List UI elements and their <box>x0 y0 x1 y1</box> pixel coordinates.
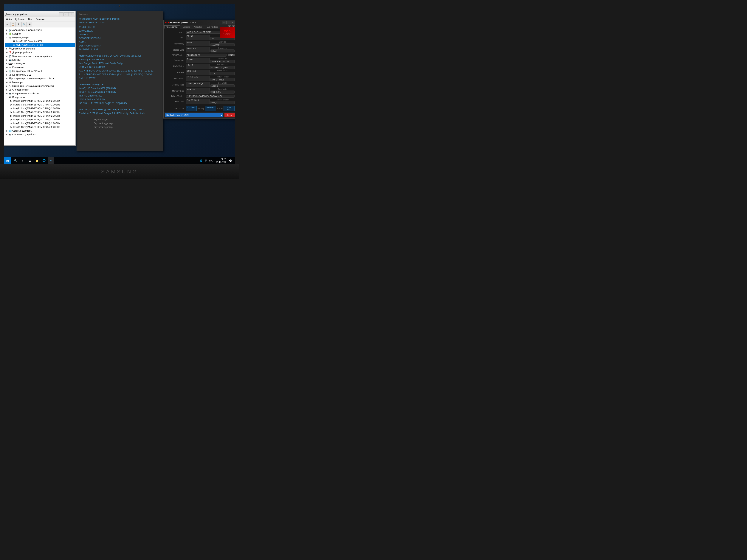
tree-cpu6[interactable]: ⚙ Intel(R) Core(TM) i7-2670QM CPU @ 2.20… <box>5 118 75 122</box>
toolbar-scan[interactable]: 🔍 <box>22 22 27 27</box>
keyboard-icon: ⌨ <box>8 62 12 65</box>
menu-view[interactable]: Вид <box>27 18 34 21</box>
gpuz-bios-row: BIOS Version 70.08.58.00.03 VER <box>165 53 235 57</box>
bios-save-btn[interactable]: VER <box>228 54 235 56</box>
toolbar-back[interactable]: ← <box>5 22 10 27</box>
tab-sensors[interactable]: Sensors <box>181 25 192 29</box>
ide-icon: 💿 <box>8 70 12 73</box>
menu-help[interactable]: Справка <box>34 18 46 21</box>
tab-bus[interactable]: Bus Interface <box>205 25 220 29</box>
tree-mice[interactable]: ▶ 🖱 Мыши и иные указывающие устройства <box>5 84 75 88</box>
tree-cpu3[interactable]: ⚙ Intel(R) Core(TM) i7-2670QM CPU @ 2.20… <box>5 107 75 110</box>
cpu-icon: ⚙ <box>9 126 12 129</box>
buswidth-label: Bus Width <box>210 82 235 84</box>
sysinfo-gpu5: nVIDIA GeForce GT 540M <box>79 98 161 101</box>
gpuz-tech-half: 40 nm <box>186 41 210 46</box>
sysinfo-directx: DirectX 12.0 <box>79 33 161 36</box>
tree-monitors[interactable]: ▶ 🖥 Мониторы <box>5 80 75 84</box>
gpuz-title: TechPowerUp GPU-Z 2.56.0 <box>169 21 222 24</box>
tree-cameras[interactable]: ▶ 📷 Камеры <box>5 58 75 62</box>
tree-cpu7[interactable]: ⚙ Intel(R) Core(TM) i7-2670QM CPU @ 2.20… <box>5 122 75 125</box>
webcam <box>119 5 121 7</box>
tree-network-label: Сетевые адаптеры <box>12 130 32 132</box>
network-icon[interactable]: 🌐 <box>199 159 203 162</box>
close-button[interactable]: Close <box>225 113 235 117</box>
search-icon[interactable]: 🔍 <box>12 157 19 164</box>
minimize-button[interactable]: ─ <box>59 12 63 16</box>
tree-sound[interactable]: ▶ 🎵 Звуковые, игровые и видеоустройства <box>5 54 75 58</box>
tree-ide[interactable]: ▶ 💿 Контроллеры IDE ATA/ATAPI <box>5 69 75 73</box>
gpuz-subvendor-half: Samsung <box>186 58 210 63</box>
tree-computer[interactable]: ▶ 🖥 Компьютер <box>5 65 75 69</box>
close-button[interactable]: ✕ <box>69 12 74 16</box>
tree-intel-hd[interactable]: 🖥 Intel(R) HD Graphics 3000 <box>5 39 75 43</box>
expand-icon: ▶ <box>5 134 8 135</box>
sysinfo-bios: AMI (11/19/2012) <box>79 77 161 80</box>
gpuz-minimize[interactable]: ─ <box>222 21 226 24</box>
tree-cameras-label: Камеры <box>12 59 21 61</box>
gpuz-pixel-label: Pixel Fillrate <box>165 77 186 80</box>
gpuz-titlebar[interactable]: ROG TechPowerUp GPU-Z 2.56.0 ─ □ ✕ <box>163 20 235 25</box>
tree-battery[interactable]: ▶ 🔋 Батареи <box>5 32 75 36</box>
tree-cpu5[interactable]: ⚙ Intel(R) Core(TM) i7-2670QM CPU @ 2.20… <box>5 114 75 118</box>
explorer-icon[interactable]: 📁 <box>33 157 40 164</box>
tree-disk[interactable]: ▶ 💾 Дисковые устройства <box>5 47 75 51</box>
taskview-icon[interactable]: ☰ <box>26 157 33 164</box>
maximize-button[interactable]: □ <box>64 12 69 16</box>
tree-print[interactable]: ▶ 🖨 Очереди печати <box>5 88 75 92</box>
toolbar-monitor[interactable]: 🖥 <box>27 22 32 27</box>
toolbar-props[interactable]: 📋 <box>10 22 16 27</box>
tree-usb[interactable]: ▶ 🔌 Контроллеры USB <box>5 73 75 77</box>
sysinfo-section-audio: Intel Cougar Point HDMI @ Intel Cougar P… <box>79 108 161 115</box>
taskbar-clock[interactable]: 15:41 21.12.2023 <box>216 158 226 163</box>
tree-cpu8[interactable]: ⚙ Intel(R) Core(TM) i7-2670QM CPU @ 2.20… <box>5 125 75 129</box>
tree-other[interactable]: ▶ ❓ Другие устройства <box>5 51 75 54</box>
notification-button[interactable]: 💬 <box>227 157 234 164</box>
tree-cpu4[interactable]: ⚙ Intel(R) Core(TM) i7-2670QM CPU @ 2.20… <box>5 110 75 114</box>
gpuz-rops-half: 16 / 16 <box>186 64 210 69</box>
menu-file[interactable]: Файл <box>5 18 13 21</box>
window-titlebar[interactable]: Диспетчер устройств ─ □ ✕ <box>4 11 75 17</box>
gpuz-driverdate-half: Dec 29, 2016 <box>186 99 210 104</box>
tree-monitors-label: Мониторы <box>12 81 23 84</box>
gpuz-shaders-cols: 96 Unified DirectX Support 11.0 <box>186 70 235 75</box>
toolbar-help[interactable]: ? <box>16 22 21 27</box>
tab-graphics-card[interactable]: Graphics Card <box>164 25 180 29</box>
menu-action[interactable]: Действие <box>14 18 27 21</box>
tree-video-adapters[interactable]: ▼ 🖥 Видеоадаптеры <box>5 36 75 39</box>
gpuz-maximize[interactable]: □ <box>226 21 230 24</box>
chevron-icon[interactable]: ∧ <box>196 159 198 162</box>
samsung-logo: SAMSUNG <box>101 169 138 175</box>
browser-icon[interactable]: 🌐 <box>41 157 47 164</box>
start-button[interactable]: ⊞ <box>4 157 11 164</box>
app-64-icon[interactable]: 64 <box>48 157 54 164</box>
cpu-icon: ⚙ <box>9 111 12 114</box>
tree-software-label: Программные устройства <box>12 92 39 95</box>
tree-keyboard[interactable]: ▶ ⌨ Клавиатуры <box>5 62 75 65</box>
cpu-icon: ⚙ <box>9 118 12 121</box>
tree-system-label: Системные устройства <box>12 133 36 136</box>
tree-nvidia[interactable]: 🖥 NVIDIA GeForce GT 540M <box>5 43 75 47</box>
tree-cpu2[interactable]: ⚙ Intel(R) Core(TM) i7-2670QM CPU @ 2.20… <box>5 103 75 107</box>
gpu-selector[interactable]: NVIDIA GeForce GT 540M <box>165 113 223 117</box>
sysinfo-gpu2: Intel(R) HD Graphics 3000 (2108 МБ) <box>79 87 161 89</box>
gpuz-close[interactable]: ✕ <box>231 21 235 24</box>
tree-cpu1[interactable]: ⚙ Intel(R) Core(TM) i7-2670QM CPU @ 2.20… <box>5 99 75 103</box>
cortana-icon[interactable]: ○ <box>19 157 26 164</box>
print-icon: 🖨 <box>8 88 12 91</box>
tree-audio[interactable]: ▶ 🔊 Аудиовходы и аудиовыходы <box>5 28 75 32</box>
volume-icon[interactable]: 🔊 <box>204 159 208 162</box>
tree-print-label: Очереди печати <box>12 88 29 91</box>
tree-system[interactable]: ▶ ⚙ Системные устройства <box>5 133 75 136</box>
gpuz-bandwidth-value: 28.8 GB/s <box>210 90 235 94</box>
sysinfo-v2: 120.0.2210.77 <box>79 29 161 32</box>
gpuz-memclock-value: 900 MHz <box>205 106 216 111</box>
tree-storage[interactable]: ▶ 💾 Контроллеры запоминающих устройств <box>5 77 75 80</box>
devid-label: Device ID <box>210 58 235 60</box>
tree-software[interactable]: ▶ 💻 Программные устройства <box>5 92 75 96</box>
lang-indicator[interactable]: РУС <box>209 160 214 162</box>
tab-validation[interactable]: Validation <box>192 25 204 29</box>
tree-processors[interactable]: ▼ ⚙ Процессоры <box>5 96 75 99</box>
tree-network[interactable]: ▶ 🌐 Сетевые адаптеры <box>5 129 75 133</box>
gpuz-release-value: Jan 5, 2011 <box>186 47 210 52</box>
